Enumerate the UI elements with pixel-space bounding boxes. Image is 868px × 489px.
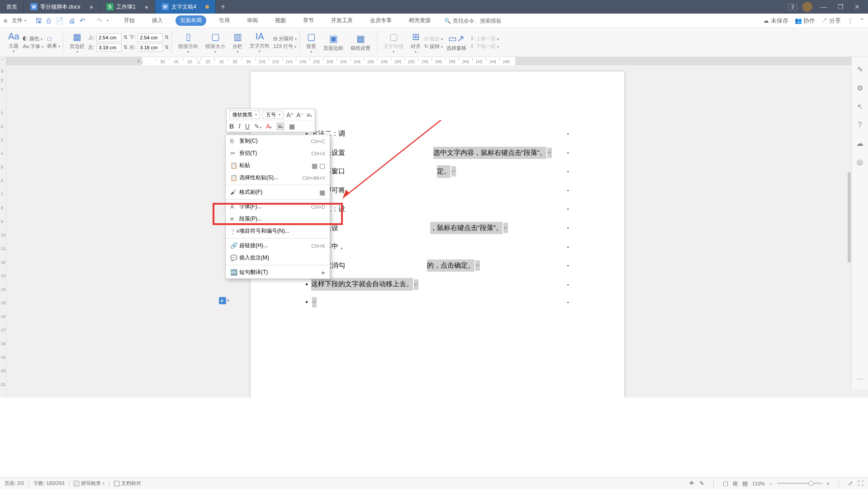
- underline-icon[interactable]: U: [245, 123, 250, 130]
- paper-dir-button[interactable]: ▯纸张方向▾: [175, 28, 202, 57]
- avatar[interactable]: [802, 2, 812, 12]
- doc-line[interactable]: ↵▪: [306, 297, 569, 307]
- ctx-font[interactable]: A字体(F)...Ctrl+D: [226, 201, 330, 213]
- formatpainter-extra-icon[interactable]: ▦: [319, 189, 325, 196]
- spellcheck-toggle[interactable]: ✓拼写检查 ▾: [74, 480, 104, 487]
- doc-line[interactable]: 在段落窗口xxxxxxxxxxxxxxxxxxxxxxxxxxxx定。↵▪: [306, 165, 569, 178]
- cursor-icon[interactable]: ↖: [857, 102, 863, 111]
- cloud-icon[interactable]: ☁: [856, 139, 863, 148]
- fitwidth-icon[interactable]: ⤢: [848, 480, 853, 487]
- ctx-translate[interactable]: 🔤短句翻译(T)▶: [226, 266, 330, 278]
- margin-top-input[interactable]: [96, 34, 122, 42]
- formatpaint-icon[interactable]: ▦: [289, 123, 295, 130]
- export-icon[interactable]: ⎙: [47, 17, 51, 24]
- textwrap-button[interactable]: ▢文字环绕▾: [380, 28, 407, 57]
- fullscreen-icon[interactable]: ⛶: [858, 480, 863, 487]
- linespacing-icon[interactable]: ≡▾: [307, 111, 312, 119]
- view-web-icon[interactable]: ▤: [742, 480, 748, 487]
- ctx-hyperlink[interactable]: 🔗超链接(H)...Ctrl+K: [226, 240, 330, 252]
- vertical-scrollbar[interactable]: [848, 172, 851, 263]
- margin-right-input[interactable]: [138, 43, 163, 52]
- print-icon[interactable]: 🖨: [68, 17, 75, 24]
- paste-opt1-icon[interactable]: ▦: [312, 162, 318, 169]
- close-icon[interactable]: ●: [145, 3, 148, 10]
- document-canvas[interactable]: 方法二：调▪ 如果是设置了印节问距造成文字移工上士选中文字内容，鼠标右键点击"段…: [6, 65, 868, 398]
- grow-font-icon[interactable]: A⁺: [286, 111, 294, 119]
- font-select[interactable]: 微软雅黑▾: [229, 110, 260, 119]
- badge-count[interactable]: 3: [788, 4, 797, 10]
- ctx-comment[interactable]: 💬插入批注(M): [226, 252, 330, 264]
- margin-left-input[interactable]: [96, 43, 122, 52]
- settings-icon[interactable]: ⚙: [857, 84, 863, 92]
- doc-line[interactable]: 这样即可将▪: [306, 184, 569, 197]
- pen2-icon[interactable]: ✎: [699, 480, 704, 487]
- file-menu[interactable]: 文件 ▾: [9, 16, 29, 25]
- tab-review[interactable]: 审阅: [242, 15, 262, 26]
- columns-button[interactable]: ▥分栏▾: [229, 28, 246, 57]
- margin-bottom-input[interactable]: [138, 34, 163, 42]
- paragraph-marker-dd[interactable]: ▾: [227, 298, 229, 303]
- paragraph-marker-icon[interactable]: ▸: [219, 297, 226, 304]
- save-icon[interactable]: 🖫: [35, 17, 42, 24]
- theme-button[interactable]: Aa主题▾: [5, 28, 23, 57]
- selpane-button[interactable]: ▭↗选择窗格: [443, 28, 470, 57]
- view-page-icon[interactable]: ▢: [723, 480, 728, 487]
- horizontal-ruler[interactable]: ⌐ 8 |6||4||2|△|2||4||6||8||10||12||14||1…: [0, 57, 868, 65]
- tab-sheet[interactable]: S 工作簿1 ●: [100, 0, 155, 14]
- close-icon[interactable]: ●: [90, 3, 93, 10]
- redo-icon[interactable]: ↷: [96, 17, 102, 25]
- close-window-icon[interactable]: ✕: [852, 3, 863, 10]
- paper-size-button[interactable]: ▢纸张大小▾: [202, 28, 229, 57]
- unsaved-button[interactable]: ☁ 未保存: [763, 17, 788, 25]
- tab-doc1[interactable]: W 零分猫脚本.docx ●: [24, 0, 100, 14]
- doc-line[interactable]: 方法二：调▪: [306, 128, 569, 140]
- undo-icon[interactable]: ↶: [80, 17, 85, 25]
- textdir-button[interactable]: IA文字方向▾: [246, 28, 273, 57]
- tab-pagelayout[interactable]: 页面布局: [175, 15, 206, 26]
- more-tools-icon[interactable]: ⋯: [856, 374, 863, 383]
- fontsize-select[interactable]: 五号▾: [263, 110, 284, 119]
- box-icon[interactable]: ▢: [47, 36, 60, 42]
- tab-chapter[interactable]: 章节: [299, 15, 318, 26]
- print-preview-icon[interactable]: 📄: [55, 17, 64, 25]
- font-button[interactable]: Aa 字体 ▾: [23, 43, 43, 50]
- tab-resources[interactable]: 稻壳资源: [404, 15, 435, 26]
- ctx-paragraph[interactable]: ≡段落(P)...: [226, 213, 330, 225]
- ctx-copy[interactable]: ⎘复制(C)Ctrl+C: [226, 135, 330, 147]
- highlight-icon[interactable]: ✎▾: [254, 123, 261, 130]
- zoom-in-icon[interactable]: +: [827, 481, 830, 486]
- doccheck-toggle[interactable]: 文档校对: [114, 480, 141, 487]
- qat-dropdown[interactable]: ▾: [107, 19, 109, 23]
- shrink-font-icon[interactable]: A⁻: [296, 111, 304, 119]
- more-icon[interactable]: ⋮: [847, 17, 853, 24]
- tab-devtools[interactable]: 开发工具: [327, 15, 357, 26]
- ctx-paste[interactable]: 📋粘贴▦▢: [226, 159, 330, 172]
- add-tab-button[interactable]: +: [216, 2, 230, 12]
- page-indicator[interactable]: 页面: 2/2: [5, 480, 24, 487]
- tab-start[interactable]: 开始: [119, 15, 139, 26]
- tab-home[interactable]: 首页: [0, 0, 24, 14]
- movedown-button[interactable]: ⬇ 下移一层 ▾: [470, 43, 498, 50]
- color-button[interactable]: ◐ 颜色 ▾: [23, 35, 43, 42]
- ctx-bullets[interactable]: ⋮≡项目符号和编号(N)...: [226, 225, 330, 237]
- eye-icon[interactable]: 👁: [689, 480, 695, 487]
- ctx-paste-special[interactable]: 📋选择性粘贴(S)...Ctrl+Alt+V: [226, 172, 330, 184]
- ctx-cut[interactable]: ✂剪切(T)Ctrl+X: [226, 147, 330, 159]
- linenum-button[interactable]: 123 行号 ▾: [273, 43, 297, 50]
- maximize-icon[interactable]: ❐: [835, 3, 846, 10]
- zoom-slider[interactable]: [777, 483, 822, 484]
- tab-vip[interactable]: 会员专享: [365, 15, 396, 26]
- share-button[interactable]: ↗ 分享: [821, 17, 841, 25]
- doc-line[interactable]: 如果是设置了印节问距造成文字移工上士选中文字内容，鼠标右键点击"段落"。↵▪: [306, 147, 569, 159]
- rotate-button[interactable]: ↻ 旋转 ▾: [424, 43, 443, 50]
- search-input[interactable]: [453, 18, 516, 24]
- zoom-out-icon[interactable]: −: [769, 481, 772, 486]
- margin-button[interactable]: ▦页边距▾: [66, 28, 88, 57]
- pen-icon[interactable]: ✎: [857, 65, 863, 74]
- gridpaper-button[interactable]: ▦稿纸设置: [347, 28, 374, 57]
- align-button[interactable]: ⊞对齐▾: [407, 28, 424, 57]
- background-button[interactable]: ▢背景▾: [303, 28, 320, 57]
- doc-line[interactable]: 在段落中，▪: [306, 240, 569, 253]
- help-icon[interactable]: ?: [858, 121, 862, 129]
- tab-reference[interactable]: 引用: [214, 15, 234, 26]
